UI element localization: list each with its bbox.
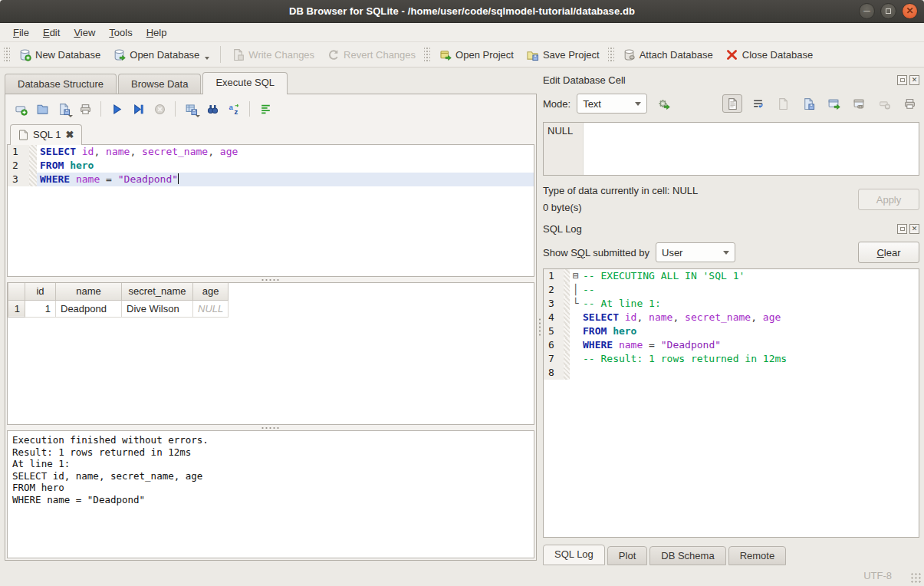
sql-log-view[interactable]: 1⊟-- EXECUTING ALL IN 'SQL 1'2│--3└-- At… [543, 268, 919, 538]
gutter-strip [29, 145, 37, 159]
table-cell[interactable]: 1 [25, 300, 56, 317]
line-number: 1 [8, 145, 29, 159]
format-sql-icon[interactable] [256, 100, 275, 118]
close-icon[interactable]: ✕ [902, 3, 918, 19]
cell-info-row: Type of data currently in cell: NULL 0 b… [543, 183, 919, 216]
export-results-icon[interactable] [182, 100, 200, 118]
tab-execute-sql[interactable]: Execute SQL [202, 72, 288, 94]
menu-tools[interactable]: Tools [102, 25, 139, 41]
attach-database-button[interactable]: Attach Database [617, 45, 719, 64]
code-line[interactable]: 3WHERE name = "Deadpond" [8, 173, 534, 186]
word-wrap-icon[interactable] [748, 94, 768, 113]
table-cell[interactable]: NULL [193, 300, 229, 317]
splitter-vertical[interactable] [537, 94, 543, 561]
set-null-icon[interactable] [874, 94, 894, 113]
close-tab-icon[interactable]: ✖ [65, 129, 74, 140]
mode-select[interactable]: Text [577, 94, 647, 114]
new-sql-tab-icon[interactable] [12, 100, 30, 118]
code-line[interactable]: 8 [544, 366, 919, 380]
bottom-tab-db-schema[interactable]: DB Schema [649, 546, 725, 565]
results-table-container[interactable]: idnamesecret_nameage11DeadpondDive Wilso… [7, 282, 534, 425]
sql-editor[interactable]: 1SELECT id, name, secret_name, age2FROM … [7, 145, 534, 277]
chevron-down-icon[interactable] [196, 115, 200, 117]
code-line[interactable]: 6 WHERE name = "Deadpond" [544, 338, 919, 352]
cell-edit-area[interactable] [584, 123, 919, 175]
save-sql-file-icon[interactable] [54, 100, 73, 118]
code-text: ⊟-- EXECUTING ALL IN 'SQL 1' [570, 269, 919, 283]
write-changes-button[interactable]: Write Changes [225, 45, 321, 64]
menu-file[interactable]: File [6, 25, 36, 41]
revert-changes-button[interactable]: Revert Changes [321, 45, 422, 64]
menu-edit[interactable]: Edit [36, 25, 67, 41]
table-cell[interactable]: Dive Wilson [122, 300, 193, 317]
stop-icon[interactable] [150, 100, 169, 118]
table-row[interactable]: 11DeadpondDive WilsonNULL [8, 300, 229, 317]
bottom-tab-plot[interactable]: Plot [607, 546, 647, 565]
code-line[interactable]: 4 SELECT id, name, secret_name, age [544, 311, 919, 324]
chevron-down-icon[interactable] [205, 57, 209, 60]
new-database-button[interactable]: New Database [12, 45, 107, 64]
auto-apply-icon[interactable] [653, 94, 673, 113]
link-data-icon[interactable] [849, 94, 869, 113]
chevron-down-icon[interactable] [68, 115, 73, 117]
code-line[interactable]: 2FROM hero [8, 159, 534, 173]
open-project-button[interactable]: Open Project [432, 45, 520, 64]
text-mode-icon[interactable] [722, 94, 742, 113]
apply-button[interactable]: Apply [858, 189, 919, 210]
splitter-editor-results[interactable] [7, 277, 534, 282]
find-icon[interactable] [203, 100, 222, 118]
title-bar[interactable]: DB Browser for SQLite - /home/user/code/… [0, 0, 924, 23]
save-project-button[interactable]: Save Project [520, 45, 606, 64]
minimize-icon[interactable]: ─ [859, 3, 875, 19]
column-header-age[interactable]: age [193, 283, 229, 300]
close-dock-icon[interactable]: ✕ [909, 75, 919, 85]
float-dock-icon[interactable] [897, 224, 907, 234]
gutter-strip [564, 324, 570, 338]
code-text: │-- [570, 283, 919, 297]
bottom-tab-sql-log[interactable]: SQL Log [543, 545, 605, 565]
import-cell-icon[interactable] [773, 94, 793, 113]
cell-editor[interactable]: NULL [543, 122, 919, 176]
code-line[interactable]: 3└-- At line 1: [544, 297, 919, 311]
code-line[interactable]: 1SELECT id, name, secret_name, age [8, 145, 534, 159]
export-cell-icon[interactable] [798, 94, 818, 113]
column-header-secret_name[interactable]: secret_name [122, 283, 193, 300]
resize-grip-icon[interactable] [910, 572, 921, 583]
bottom-tab-remote[interactable]: Remote [728, 546, 787, 565]
close-dock-icon[interactable]: ✕ [909, 224, 919, 234]
line-number: 5 [544, 324, 564, 338]
menu-help[interactable]: Help [140, 25, 174, 41]
table-cell[interactable]: Deadpond [56, 300, 122, 317]
close-database-button[interactable]: Close Database [719, 45, 820, 64]
toolbar-separator [220, 46, 221, 63]
chevron-down-icon [723, 251, 729, 255]
maximize-icon[interactable] [880, 3, 896, 19]
code-line[interactable]: 1⊟-- EXECUTING ALL IN 'SQL 1' [544, 269, 919, 283]
clear-log-button[interactable]: Clear [858, 242, 919, 263]
log-filter-select[interactable]: User [656, 242, 735, 262]
splitter-results-status[interactable] [7, 425, 534, 430]
execution-status-box: Execution finished without errors. Resul… [7, 430, 534, 558]
column-header-name[interactable]: name [56, 283, 122, 300]
sql-tab[interactable]: SQL 1 ✖ [10, 124, 82, 145]
toolbar-button-label: Close Database [742, 49, 814, 61]
tab-browse-data[interactable]: Browse Data [118, 74, 201, 94]
open-database-button[interactable]: Open Database [107, 45, 215, 64]
right-dock-area: Edit Database Cell ✕ Mode: Text NULL [543, 67, 919, 565]
code-line[interactable]: 2│-- [544, 283, 919, 297]
find-replace-icon[interactable]: az [225, 100, 243, 118]
main-toolbar: New DatabaseOpen DatabaseWrite ChangesRe… [0, 42, 924, 67]
tab-database-structure[interactable]: Database Structure [5, 74, 117, 94]
open-sql-file-icon[interactable] [33, 100, 51, 118]
execute-current-line-icon[interactable] [129, 100, 147, 118]
print-cell-icon[interactable] [899, 94, 919, 113]
code-line[interactable]: 7 -- Result: 1 rows returned in 12ms [544, 352, 919, 366]
float-dock-icon[interactable] [897, 75, 907, 85]
column-header-id[interactable]: id [25, 283, 56, 300]
print-icon[interactable] [76, 100, 94, 118]
code-line[interactable]: 5 FROM hero [544, 324, 919, 338]
execute-all-icon[interactable] [107, 100, 126, 118]
open-external-icon[interactable] [824, 94, 843, 113]
menu-view[interactable]: View [67, 25, 102, 41]
row-header[interactable]: 1 [8, 300, 25, 317]
